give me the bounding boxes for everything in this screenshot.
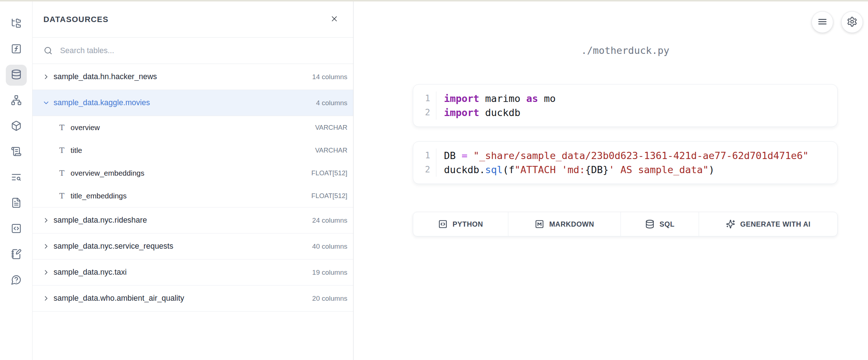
add-cell-button-label: MARKDOWN xyxy=(549,220,594,228)
chevron-down-icon xyxy=(42,99,50,107)
chevron-right-icon xyxy=(42,269,50,276)
table-columns-count: 4 columns xyxy=(316,99,347,107)
column-name: overview_embeddings xyxy=(71,169,312,177)
table-name: sample_data.nyc.taxi xyxy=(54,268,312,277)
notebook-filename[interactable]: ./motherduck.py xyxy=(413,43,838,58)
code-line: DB = "_share/sample_data/23b0d623-1361-4… xyxy=(444,149,837,163)
square-function-icon xyxy=(11,43,22,56)
add-cell-bar: PYTHONMARKDOWNSQLGENERATE WITH AI xyxy=(413,212,838,236)
column-type: FLOAT[512] xyxy=(312,192,347,200)
table-name: sample_data.nyc.service_requests xyxy=(54,242,312,251)
table-name: sample_data.hn.hacker_news xyxy=(54,72,312,81)
table-columns-count: 40 columns xyxy=(312,243,347,250)
code-line: import marimo as mo xyxy=(444,91,837,106)
sparkles-icon xyxy=(726,219,735,229)
table-row[interactable]: sample_data.hn.hacker_news14 columns xyxy=(33,64,353,90)
table-row[interactable]: sample_data.nyc.service_requests40 colum… xyxy=(33,233,353,260)
line-numbers-gutter: 12 xyxy=(413,91,436,120)
table-columns-count: 14 columns xyxy=(312,73,347,81)
sidebar-item-scratchpad[interactable] xyxy=(6,244,27,265)
code-cell[interactable]: 12DB = "_share/sample_data/23b0d623-1361… xyxy=(413,141,838,184)
sidebar-item-help[interactable] xyxy=(6,270,27,291)
table-columns-count: 19 columns xyxy=(312,269,347,277)
box-icon xyxy=(11,120,22,133)
add-cell-button-label: SQL xyxy=(660,220,675,228)
code-editor[interactable]: DB = "_share/sample_data/23b0d623-1361-4… xyxy=(436,149,837,177)
table-row[interactable]: sample_data.nyc.taxi19 columns xyxy=(33,260,353,286)
column-row[interactable]: Toverview_embeddingsFLOAT[512] xyxy=(33,162,353,184)
file-text-icon xyxy=(11,197,22,210)
sidebar-item-file-explorer[interactable] xyxy=(6,13,27,34)
sidebar-item-snippets[interactable] xyxy=(6,219,27,240)
folder-tree-icon xyxy=(11,18,22,30)
column-row[interactable]: ToverviewVARCHAR xyxy=(33,116,353,139)
sidebar-item-variables[interactable] xyxy=(6,39,27,60)
settings-button[interactable] xyxy=(841,11,863,33)
database-icon xyxy=(11,69,22,81)
square-code-icon xyxy=(11,223,22,235)
table-columns: ToverviewVARCHARTtitleVARCHARToverview_e… xyxy=(33,116,353,207)
table-row[interactable]: sample_data.nyc.rideshare24 columns xyxy=(33,207,353,233)
table-row[interactable]: sample_data.kaggle.movies4 columns xyxy=(33,90,353,116)
code-cell[interactable]: 12import marimo as moimport duckdb xyxy=(413,84,838,127)
square-code-icon xyxy=(438,219,448,229)
close-panel-button[interactable] xyxy=(328,13,341,26)
add-cell-generate-with-ai-button[interactable]: GENERATE WITH AI xyxy=(699,212,837,236)
chevron-right-icon xyxy=(42,73,50,81)
search-tables-input[interactable] xyxy=(60,46,344,55)
panel-title: DATASOURCES xyxy=(43,15,109,24)
cells-container: 12import marimo as moimport duckdb12DB =… xyxy=(413,84,838,184)
column-name: overview xyxy=(71,123,315,132)
gear-icon xyxy=(847,16,858,28)
sidebar-item-documentation[interactable] xyxy=(6,193,27,214)
text-search-icon xyxy=(11,172,22,184)
sidebar xyxy=(0,1,33,360)
table-name: sample_data.who.ambient_air_quality xyxy=(54,294,312,303)
menu-icon xyxy=(817,16,828,28)
line-numbers-gutter: 12 xyxy=(413,149,436,177)
message-circle-question-icon xyxy=(11,274,22,287)
table-row[interactable]: sample_data.who.ambient_air_quality20 co… xyxy=(33,286,353,312)
add-cell-button-label: GENERATE WITH AI xyxy=(740,220,810,228)
sidebar-item-find[interactable] xyxy=(6,167,27,188)
notebook-main: ./motherduck.py 12import marimo as moimp… xyxy=(353,1,868,360)
app: DATASOURCES sample_data.hn.hacker_news14… xyxy=(0,1,868,360)
add-cell-markdown-button[interactable]: MARKDOWN xyxy=(508,212,621,236)
column-row[interactable]: TtitleVARCHAR xyxy=(33,139,353,162)
column-row[interactable]: Ttitle_embeddingsFLOAT[512] xyxy=(33,184,353,207)
search-row xyxy=(33,38,353,64)
column-name: title xyxy=(71,146,315,155)
column-type: FLOAT[512] xyxy=(312,169,347,177)
search-icon xyxy=(44,46,52,55)
table-columns-count: 24 columns xyxy=(312,217,347,224)
sidebar-item-logs[interactable] xyxy=(6,142,27,163)
add-cell-python-button[interactable]: PYTHON xyxy=(413,212,508,236)
column-type-text-icon: T xyxy=(59,192,71,200)
datasources-panel: DATASOURCES sample_data.hn.hacker_news14… xyxy=(33,1,353,360)
line-number: 2 xyxy=(425,106,430,120)
scroll-text-icon xyxy=(11,146,22,158)
panel-header: DATASOURCES xyxy=(33,1,353,38)
column-type: VARCHAR xyxy=(315,146,347,154)
close-icon xyxy=(330,14,339,24)
chevron-right-icon xyxy=(42,295,50,302)
chevron-right-icon xyxy=(42,217,50,224)
column-type-text-icon: T xyxy=(59,169,71,177)
square-m-icon xyxy=(535,219,544,229)
column-type: VARCHAR xyxy=(315,124,347,132)
table-columns-count: 20 columns xyxy=(312,295,347,303)
sidebar-item-datasources[interactable] xyxy=(6,65,27,86)
notebook-pen-icon xyxy=(11,249,22,261)
notebook-menu-button[interactable] xyxy=(812,11,833,33)
database-icon xyxy=(645,219,655,229)
sidebar-item-dependency-graph[interactable] xyxy=(6,90,27,111)
column-type-text-icon: T xyxy=(59,123,71,132)
code-editor[interactable]: import marimo as moimport duckdb xyxy=(436,91,837,120)
column-type-text-icon: T xyxy=(59,146,71,155)
notebook-content: ./motherduck.py 12import marimo as moimp… xyxy=(413,43,838,236)
add-cell-sql-button[interactable]: SQL xyxy=(621,212,699,236)
line-number: 2 xyxy=(425,163,430,177)
table-name: sample_data.nyc.rideshare xyxy=(54,216,312,225)
sidebar-item-packages[interactable] xyxy=(6,116,27,137)
network-icon xyxy=(11,95,22,107)
